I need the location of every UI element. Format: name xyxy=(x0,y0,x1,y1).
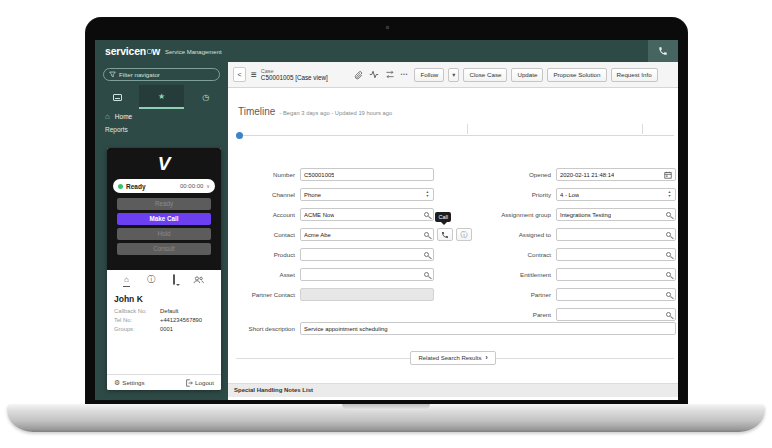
more-options-icon[interactable]: ••• xyxy=(401,72,409,77)
lookup-icon[interactable] xyxy=(666,232,671,237)
lookup-icon[interactable] xyxy=(666,252,671,257)
servicenow-logo: servicenw xyxy=(105,45,160,57)
toolbar-icons: ••• xyxy=(354,70,409,80)
call-contact-button[interactable] xyxy=(437,228,453,241)
update-button[interactable]: Update xyxy=(511,68,543,82)
lookup-icon[interactable] xyxy=(424,252,429,257)
sidebar-item-reports[interactable]: Reports xyxy=(95,124,228,137)
special-handling-notes-bar[interactable]: Special Handling Notes List xyxy=(228,383,678,397)
softphone-top: V Ready 00:00:00 ∨ Ready Make Call Hold … xyxy=(107,148,221,270)
form-row-contact: Contact Acme Abe ⓘ Call xyxy=(236,228,434,241)
contract-lookup-field[interactable] xyxy=(556,248,676,261)
close-case-button[interactable]: Close Case xyxy=(463,68,507,82)
attachment-icon[interactable] xyxy=(354,70,363,80)
calendar-icon[interactable] xyxy=(664,171,672,179)
phone-icon xyxy=(441,231,449,239)
softphone-footer: ⚙ Settings Logout xyxy=(107,374,221,390)
home-icon: ⌂ xyxy=(105,114,110,120)
tab-info-icon[interactable]: ⓘ xyxy=(146,274,156,286)
form-row-short-description: Short description Service appointment sc… xyxy=(236,322,676,335)
form-row-assignment-group: Assignment group Integrations Testing xyxy=(476,208,676,221)
timeline-subtitle: - Began 3 days ago - Updated 19 hours ag… xyxy=(279,110,392,116)
lookup-icon[interactable] xyxy=(666,312,671,317)
agent-status-dropdown[interactable]: Ready 00:00:00 ∨ xyxy=(113,179,215,193)
lookup-icon[interactable] xyxy=(424,212,429,217)
follow-button[interactable]: Follow xyxy=(414,68,444,82)
related-search-results-button[interactable]: Related Search Results › xyxy=(410,351,495,365)
partner-lookup-field[interactable] xyxy=(556,288,676,301)
activity-stream-icon[interactable] xyxy=(369,70,379,79)
form-row-asset: Asset xyxy=(236,268,434,281)
filter-placeholder: Filter navigator xyxy=(119,71,160,78)
make-call-button[interactable]: Make Call xyxy=(117,213,211,225)
partner-contact-field xyxy=(300,288,434,301)
form-row-channel: Channel Phone xyxy=(236,188,434,201)
entitlement-lookup-field[interactable] xyxy=(556,268,676,281)
contact-lookup-field[interactable]: Acme Abe xyxy=(300,228,434,241)
assignment-group-lookup-field[interactable]: Integrations Testing xyxy=(556,208,676,221)
call-tooltip: Call xyxy=(435,212,451,222)
lookup-icon[interactable] xyxy=(666,272,671,277)
consult-button: Consult xyxy=(117,243,211,255)
form-row-account: Account ACME Now xyxy=(236,208,434,221)
main-content: < ≡ Case C50001005 [Case view] xyxy=(228,62,678,400)
tab-favorites[interactable]: ★ xyxy=(139,85,183,109)
laptop-mockup: servicenw Service Management Filt xyxy=(0,0,772,448)
channel-select[interactable]: Phone xyxy=(300,188,434,201)
product-lookup-field[interactable] xyxy=(300,248,434,261)
filter-navigator-input[interactable]: Filter navigator xyxy=(103,68,220,81)
select-arrows-icon xyxy=(426,191,430,198)
context-menu-icon[interactable]: ≡ xyxy=(251,69,257,80)
lookup-icon[interactable] xyxy=(666,212,671,217)
sidebar-item-label: Home xyxy=(115,113,132,120)
parent-lookup-field[interactable] xyxy=(556,308,676,321)
lookup-icon[interactable] xyxy=(424,232,429,237)
select-arrows-icon xyxy=(668,191,672,198)
lookup-icon[interactable] xyxy=(666,292,671,297)
tab-chat-icon[interactable] xyxy=(172,274,176,286)
form-column-right: Opened 2020-02-11 21:48:14 Priority 4 - … xyxy=(476,168,676,321)
back-button[interactable]: < xyxy=(233,67,246,82)
asset-lookup-field[interactable] xyxy=(300,268,434,281)
filter-settings-icon[interactable] xyxy=(385,70,395,79)
account-lookup-field[interactable]: ACME Now xyxy=(300,208,434,221)
funnel-icon xyxy=(109,71,116,78)
number-field[interactable]: C50001005 xyxy=(300,168,434,181)
tab-contacts-icon[interactable] xyxy=(192,274,205,286)
form-row-assigned-to: Assigned to xyxy=(476,228,676,241)
contact-info-button[interactable]: ⓘ xyxy=(456,228,472,241)
tab-all-applications[interactable] xyxy=(95,85,139,109)
case-toolbar: < ≡ Case C50001005 [Case view] xyxy=(228,62,678,88)
webcam-icon xyxy=(386,26,389,29)
gear-icon: ⚙ xyxy=(114,379,120,387)
laptop-base-notch xyxy=(342,404,430,410)
timeline-line xyxy=(236,135,674,136)
request-info-button[interactable]: Request Info xyxy=(611,68,658,82)
form-row-partner: Partner xyxy=(476,288,676,301)
form-row-priority: Priority 4 - Low xyxy=(476,188,676,201)
softphone-widget: V Ready 00:00:00 ∨ Ready Make Call Hold … xyxy=(107,148,221,390)
caller-details: John K Callback No:Default Tel No:+44123… xyxy=(107,290,221,338)
propose-solution-button[interactable]: Propose Solution xyxy=(547,68,606,82)
tab-history[interactable]: ◷ xyxy=(184,85,228,109)
lookup-icon[interactable] xyxy=(424,272,429,277)
timeline-handle[interactable] xyxy=(236,132,243,139)
hold-button: Hold xyxy=(117,228,211,240)
assigned-to-lookup-field[interactable] xyxy=(556,228,676,241)
tab-home-icon[interactable]: ⌂ xyxy=(123,274,130,287)
logo-text-post: w xyxy=(152,45,160,57)
sidebar-tabs: ★ ◷ xyxy=(95,85,228,109)
phone-icon xyxy=(658,46,668,56)
vonage-logo: V xyxy=(107,148,221,176)
opened-date-field[interactable]: 2020-02-11 21:48:14 xyxy=(556,168,676,181)
chevron-down-icon: ∨ xyxy=(206,183,210,189)
form-column-left: Number C50001005 Channel Phone Account A… xyxy=(236,168,434,301)
short-description-field[interactable]: Service appointment scheduling xyxy=(300,322,676,335)
sidebar-item-home[interactable]: ⌂ Home xyxy=(95,109,228,124)
follow-dropdown-button[interactable]: ▾ xyxy=(448,68,459,82)
timeline-track[interactable] xyxy=(228,122,678,140)
softphone-toggle-button[interactable] xyxy=(648,40,678,62)
settings-button[interactable]: ⚙ Settings xyxy=(114,379,145,387)
logout-button[interactable]: Logout xyxy=(185,379,214,387)
priority-select[interactable]: 4 - Low xyxy=(556,188,676,201)
